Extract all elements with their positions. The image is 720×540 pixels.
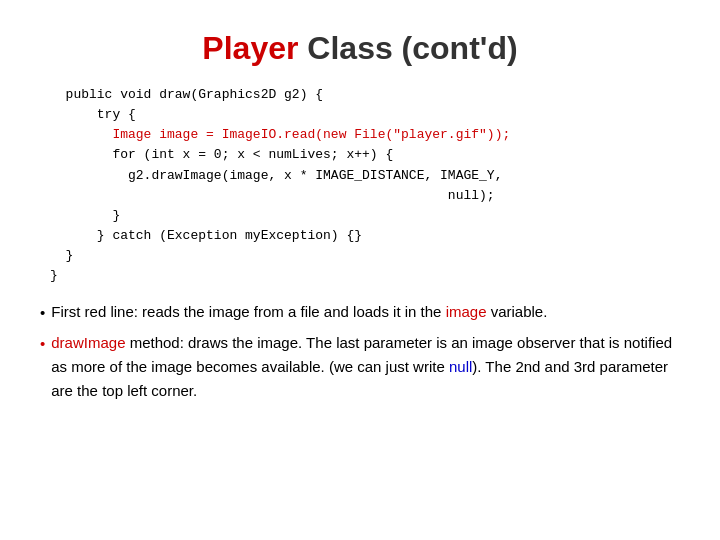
code-line-1: public void draw(Graphics2D g2) { xyxy=(50,85,680,105)
code-line-3: Image image = ImageIO.read(new File("pla… xyxy=(50,125,680,145)
bullet-1: • First red line: reads the image from a… xyxy=(40,300,680,325)
bullets-section: • First red line: reads the image from a… xyxy=(40,300,680,409)
code-line-9: } xyxy=(50,246,680,266)
title-highlight: Player xyxy=(202,30,298,66)
code-line-7: } xyxy=(50,206,680,226)
code-line-4: for (int x = 0; x < numLives; x++) { xyxy=(50,145,680,165)
code-line-8: } catch (Exception myException) {} xyxy=(50,226,680,246)
code-line-2: try { xyxy=(50,105,680,125)
title-rest: Class (cont'd) xyxy=(298,30,517,66)
slide-title: Player Class (cont'd) xyxy=(40,30,680,67)
bullet-1-text: First red line: reads the image from a f… xyxy=(51,300,680,324)
bullet-2-dot: • xyxy=(40,332,45,356)
code-block: public void draw(Graphics2D g2) { try { … xyxy=(40,85,680,286)
code-line-10: } xyxy=(50,266,680,286)
bullet-1-highlight-image: image xyxy=(446,303,487,320)
slide-container: Player Class (cont'd) public void draw(G… xyxy=(0,0,720,540)
bullet-2-highlight-null: null xyxy=(449,358,472,375)
bullet-2-highlight-drawimage: drawImage xyxy=(51,334,125,351)
code-line-5: g2.drawImage(image, x * IMAGE_DISTANCE, … xyxy=(50,166,680,186)
bullet-1-dot: • xyxy=(40,301,45,325)
bullet-2-text: drawImage method: draws the image. The l… xyxy=(51,331,680,403)
bullet-2: • drawImage method: draws the image. The… xyxy=(40,331,680,403)
code-line-6: null); xyxy=(50,186,680,206)
